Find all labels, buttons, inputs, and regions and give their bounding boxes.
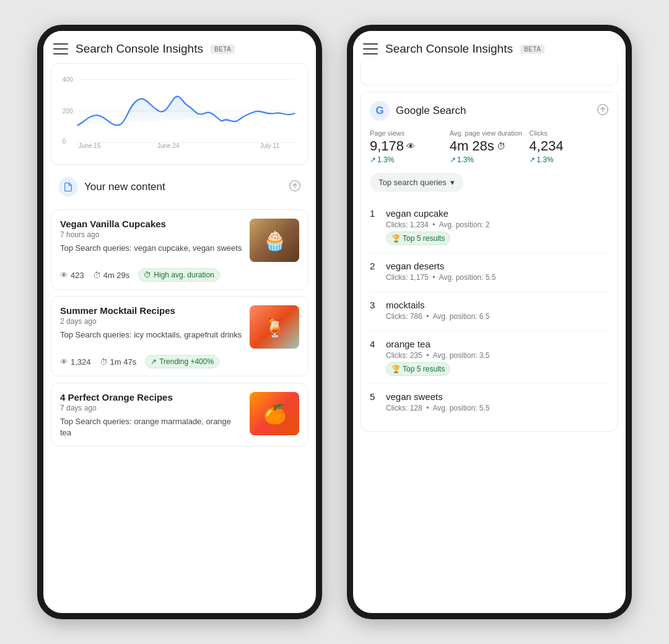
query-badge-4: 🏆 Top 5 results [370,362,609,376]
card-mocktail[interactable]: Summer Mocktail Recipes 2 days ago Top S… [51,296,308,376]
right-hamburger-icon[interactable] [363,43,378,54]
gs-title: Google Search [396,105,466,117]
query-badge-1: 🏆 Top 5 results [370,232,609,245]
card-orange-thumb: 🍊 [250,392,299,435]
svg-text:June 15: June 15 [79,142,101,149]
metric-duration-value: 4m 28s⏱ [450,138,530,154]
card-cupcakes-thumb: 🧁 [250,219,299,262]
line-chart: 400 200 0 June 15 June 24 July 11 [61,71,298,152]
metric-pageviews-label: Page views [370,129,450,137]
left-beta-badge: BETA [211,45,235,54]
query-item-3[interactable]: 3 mocktails Clicks: 786 • Avg. position:… [370,292,609,331]
gs-metrics: Page views 9,178👁 ↗1.3% Avg. page view d… [370,129,609,164]
card-orange-desc: Top Search queries: orange marmalade, or… [60,416,243,438]
query-meta-2: Clicks: 1,175 • Avg. position: 5.5 [370,273,609,282]
query-num-2: 2 [370,261,380,271]
new-content-section: Your new content [51,172,308,204]
card-cupcakes-time: 7 hours ago [60,230,243,239]
svg-text:June 24: June 24 [157,142,180,149]
svg-text:200: 200 [63,108,73,115]
right-phone: Search Console Insights BETA G Google Se… [347,25,632,619]
left-phone: Search Console Insights BETA 400 200 0 J… [37,25,322,619]
document-icon [58,177,78,197]
metric-duration-label: Avg. page view duration [450,129,530,137]
card-mocktail-time: 2 days ago [60,317,243,326]
hamburger-icon[interactable] [53,43,68,54]
query-name-2: vegan deserts [386,261,444,271]
metric-duration-change: ↗1.3% [450,155,530,164]
left-app-title: Search Console Insights [76,42,203,56]
info-icon-left[interactable] [289,180,301,195]
query-meta-4: Clicks: 235 • Avg. position: 3.5 [370,351,609,360]
metric-clicks-change: ↗1.3% [529,155,609,164]
svg-text:400: 400 [63,76,73,83]
metric-duration: Avg. page view duration 4m 28s⏱ ↗1.3% [450,129,530,164]
query-meta-3: Clicks: 786 • Avg. position: 6.5 [370,312,609,321]
mocktail-duration: 1m 47s [110,357,137,367]
right-beta-badge: BETA [520,45,544,54]
query-list: 1 vegan cupcake Clicks: 1,234 • Avg. pos… [370,201,609,422]
card-cupcakes-title: Vegan Vanilla Cupcakes [60,219,243,229]
cupcakes-views: 423 [71,271,84,280]
query-name-3: mocktails [386,300,425,310]
mocktail-badge: ↗ Trending +400% [145,355,219,368]
google-search-section: G Google Search Page views [361,92,618,432]
cupcakes-duration: 4m 29s [103,271,130,280]
metric-clicks-value: 4,234 [529,138,609,154]
query-meta-5: Clicks: 128 • Avg. position: 5.5 [370,404,609,412]
card-mocktail-desc: Top Search queries: icy mocktails, grape… [60,329,243,341]
dropdown-chevron-icon: ▾ [450,178,455,187]
top-partial [361,63,618,85]
card-mocktail-stats: 👁 1,324 ⏱ 1m 47s ↗ Trending +400% [60,355,299,368]
card-orange[interactable]: 4 Perfect Orange Recipes 7 days ago Top … [51,383,308,446]
gs-header: G Google Search [370,101,609,121]
google-g-icon: G [370,101,390,121]
card-mocktail-thumb: 🍹 [250,305,299,349]
query-item-4[interactable]: 4 orange tea Clicks: 235 • Avg. position… [370,331,609,384]
metric-pageviews-value: 9,178👁 [370,138,450,154]
cupcakes-badge: ⏱ High avg. duration [138,268,219,282]
card-cupcakes[interactable]: Vegan Vanilla Cupcakes 7 hours ago Top S… [51,209,308,290]
info-icon-right[interactable] [597,103,609,119]
mocktail-views: 1,324 [71,357,91,367]
query-num-5: 5 [370,391,380,402]
new-content-title: Your new content [84,181,165,193]
query-item-5[interactable]: 5 vegan sweets Clicks: 128 • Avg. positi… [370,384,609,422]
left-scroll[interactable]: 400 200 0 June 15 June 24 July 11 [43,63,316,613]
card-mocktail-title: Summer Mocktail Recipes [60,305,243,316]
metric-pageviews-change: ↗1.3% [370,155,450,164]
query-item-1[interactable]: 1 vegan cupcake Clicks: 1,234 • Avg. pos… [370,201,609,253]
svg-text:July 11: July 11 [260,142,280,149]
card-orange-time: 7 days ago [60,404,243,412]
query-item-2[interactable]: 2 vegan deserts Clicks: 1,175 • Avg. pos… [370,253,609,292]
svg-text:0: 0 [63,138,66,145]
chart-container: 400 200 0 June 15 June 24 July 11 [51,63,308,165]
right-header: Search Console Insights BETA [353,31,626,63]
query-name-1: vegan cupcake [386,208,448,219]
left-header: Search Console Insights BETA [43,31,316,63]
query-num-1: 1 [370,208,380,219]
metric-pageviews: Page views 9,178👁 ↗1.3% [370,129,450,164]
card-cupcakes-stats: 👁 423 ⏱ 4m 29s ⏱ High avg. duration [60,268,299,282]
right-app-title: Search Console Insights [385,42,513,56]
query-num-4: 4 [370,339,380,349]
metric-clicks: Clicks 4,234 ↗1.3% [529,129,609,164]
right-scroll[interactable]: G Google Search Page views [353,63,626,613]
query-meta-1: Clicks: 1,234 • Avg. position: 2 [370,220,609,229]
query-name-5: vegan sweets [386,391,443,402]
card-orange-title: 4 Perfect Orange Recipes [60,392,243,402]
card-cupcakes-desc: Top Search queries: vegan cupcake, vegan… [60,243,243,254]
dropdown-label: Top search queries [378,178,447,187]
top-queries-dropdown[interactable]: Top search queries ▾ [370,173,463,192]
metric-clicks-label: Clicks [529,129,609,137]
query-num-3: 3 [370,300,380,310]
query-name-4: orange tea [386,339,431,349]
